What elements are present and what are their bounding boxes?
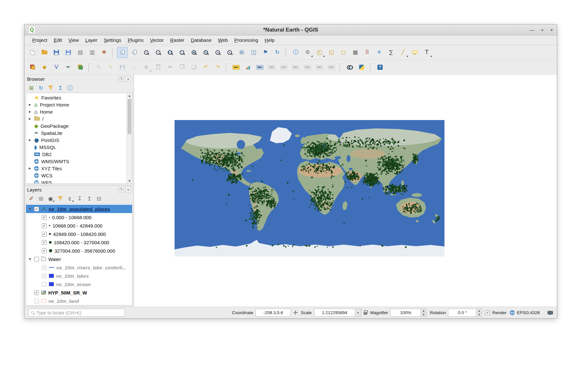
rotation-input[interactable]: [450, 310, 474, 315]
magnifier-stepper[interactable]: ▲▼: [421, 309, 426, 317]
coordinate-input[interactable]: [258, 310, 289, 315]
menu-help[interactable]: Help: [262, 36, 278, 44]
text-annotation-button[interactable]: T▾: [421, 47, 432, 58]
browser-item-item[interactable]: ▶/: [26, 115, 127, 122]
zoom-native-resolution-button[interactable]: 1:1: [165, 47, 176, 58]
magnifier-spinbox[interactable]: ▲▼: [390, 309, 426, 317]
layer-visibility-checkbox[interactable]: ✓: [34, 207, 39, 211]
browser-close-button[interactable]: ×: [125, 76, 131, 82]
expand-all-button[interactable]: ↧: [75, 194, 84, 203]
show-bookmarks-button[interactable]: ⚑: [260, 47, 271, 58]
browser-item-wfs[interactable]: WFS: [26, 179, 127, 183]
new-temporary-scratch-layer-button[interactable]: [75, 62, 86, 73]
expander-icon[interactable]: ▶: [28, 167, 32, 170]
menu-edit[interactable]: Edit: [51, 36, 65, 44]
layer-labeling-button[interactable]: abc: [231, 62, 242, 73]
scrollbar-track[interactable]: [127, 98, 132, 178]
scrollbar-thumb[interactable]: [128, 99, 131, 134]
save-project-as-button[interactable]: [63, 47, 74, 58]
locate-box[interactable]: [28, 309, 125, 317]
browser-item-spatialite[interactable]: ✒SpatiaLite: [26, 129, 127, 136]
layer-item-0-000-10668-000[interactable]: ✓0.000 - 10668.000: [26, 213, 132, 221]
scale-combo[interactable]: ▾: [314, 309, 361, 317]
redo-button[interactable]: ↷: [212, 62, 223, 73]
layer-visibility-checkbox[interactable]: ✓: [42, 232, 47, 237]
layer-item-327004-000-35676000-000[interactable]: ✓327004.000 - 35676000.000: [26, 247, 132, 255]
zoom-last-button[interactable]: ◂: [212, 47, 223, 58]
pan-map-to-selection-button[interactable]: [129, 47, 140, 58]
select-features-button[interactable]: ◰▾: [314, 47, 325, 58]
maximize-button[interactable]: +: [541, 27, 544, 32]
deselect-features-button[interactable]: ◻: [338, 47, 349, 58]
collapse-all-layers-button[interactable]: ↥: [85, 194, 93, 203]
layer-visibility-checkbox[interactable]: ✓: [42, 274, 47, 278]
browser-scrollbar[interactable]: ▲ ▼: [127, 93, 132, 183]
scale-field[interactable]: [314, 309, 355, 317]
browser-item-mssql[interactable]: ◗MSSQL: [26, 144, 127, 151]
help-contents-button[interactable]: ?: [375, 62, 386, 73]
labeling-options-button[interactable]: abc: [254, 62, 265, 73]
layer-visibility-checkbox[interactable]: [34, 257, 39, 262]
map-canvas[interactable]: [134, 75, 557, 307]
scale-input[interactable]: [316, 310, 353, 315]
browser-item-project-home[interactable]: ▶⌂Project Home: [26, 101, 127, 108]
vertex-tool-button[interactable]: ⊚▾: [141, 62, 152, 73]
browser-item-wcs[interactable]: WCS: [26, 172, 127, 179]
layer-item-ne-10m-populated-places[interactable]: ▼✓ne_10m_populated_places: [26, 205, 132, 213]
browser-properties-button[interactable]: ⓘ: [66, 84, 74, 92]
zoom-full-extent-button[interactable]: ▢: [177, 47, 187, 58]
delete-selected-button[interactable]: [153, 62, 164, 73]
select-features-by-value-button[interactable]: ◱: [326, 47, 337, 58]
current-edits-button[interactable]: ✎: [93, 62, 104, 73]
copy-features-button[interactable]: ❐: [177, 62, 187, 73]
browser-item-postgis[interactable]: ▶●PostGIS: [26, 136, 127, 144]
paste-features-button[interactable]: ❑: [188, 62, 199, 73]
processing-toolbox-button[interactable]: ✳: [374, 47, 385, 58]
menu-vector[interactable]: Vector: [147, 36, 167, 44]
magnifier-input[interactable]: [393, 310, 419, 315]
layer-item-42849-000-108420-000[interactable]: ✓42849.000 - 108420.000: [26, 230, 132, 238]
layer-diagram-button[interactable]: [243, 62, 253, 73]
layer-visibility-checkbox[interactable]: ✓: [42, 265, 47, 270]
add-selected-layers-button[interactable]: ⊞: [27, 84, 35, 92]
highlight-pinned-labels-button[interactable]: abc: [278, 62, 289, 73]
expander-icon[interactable]: ▶: [28, 103, 32, 106]
rotation-field[interactable]: [448, 309, 476, 317]
open-attribute-table-button[interactable]: ▦: [350, 47, 361, 58]
add-point-feature-button[interactable]: ∴: [129, 62, 140, 73]
scale-dropdown-icon[interactable]: ▾: [355, 309, 361, 317]
render-checkbox[interactable]: ✓: [485, 310, 490, 315]
layer-item-water[interactable]: ▼Water: [26, 255, 132, 263]
crs-globe-icon[interactable]: [510, 310, 515, 315]
move-label-button[interactable]: abc: [302, 62, 313, 73]
show-hide-labels-button[interactable]: abc: [290, 62, 301, 73]
expander-icon[interactable]: ▶: [28, 138, 32, 142]
layer-item-108420-000-327004-000[interactable]: ✓108420.000 - 327004.000: [26, 238, 132, 247]
new-spatialite-layer-button[interactable]: ✒: [63, 62, 74, 73]
data-source-manager-button[interactable]: [27, 62, 38, 73]
add-group-button[interactable]: ⊞: [37, 194, 45, 203]
save-layer-edits-button[interactable]: [117, 62, 128, 73]
layer-item-ne-10m-land[interactable]: ne_10m_land: [26, 297, 132, 305]
layer-item-10668-000-42849-000[interactable]: ✓10668.000 - 42849.000: [26, 221, 132, 230]
layer-item-hyp-50m-sr-w[interactable]: ✓HYP_50M_SR_W: [26, 288, 132, 297]
layer-visibility-checkbox[interactable]: [34, 299, 39, 303]
layer-visibility-checkbox[interactable]: ✓: [42, 215, 47, 220]
pan-map-button[interactable]: [117, 47, 128, 58]
menu-layer[interactable]: Layer: [82, 36, 101, 44]
refresh-map-button[interactable]: ↻: [272, 47, 283, 58]
rotation-stepper[interactable]: ▲▼: [476, 309, 482, 317]
expander-icon[interactable]: ▶: [28, 117, 32, 120]
zoom-in-button[interactable]: +: [141, 47, 152, 58]
nominatim-place-search-button[interactable]: [344, 62, 355, 73]
browser-item-db2[interactable]: DB2DB2: [26, 151, 127, 158]
close-button[interactable]: ×: [550, 27, 553, 32]
open-project-button[interactable]: [39, 47, 50, 58]
save-project-button[interactable]: [51, 47, 62, 58]
menu-plugins[interactable]: Plugins: [125, 36, 147, 44]
undo-button[interactable]: ↶: [200, 62, 211, 73]
coordinate-field[interactable]: [255, 309, 291, 317]
cut-features-button[interactable]: ✂: [165, 62, 176, 73]
measure-line-button[interactable]: ╱▾: [397, 47, 408, 58]
new-shapefile-layer-button[interactable]: V: [51, 62, 62, 73]
